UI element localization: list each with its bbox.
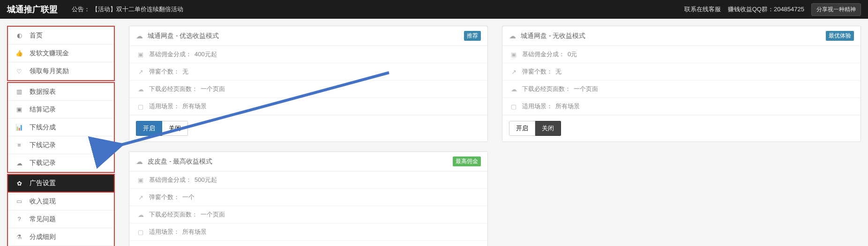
cloud-icon: ☁: [509, 32, 516, 40]
image-icon: ▢: [136, 103, 145, 110]
nav-downline-commission[interactable]: 📊 下线分成: [8, 119, 114, 136]
list-icon: ≡: [14, 142, 25, 149]
nav-download-records[interactable]: ☁ 下载记录: [8, 154, 114, 172]
dashboard-icon: ◐: [14, 32, 25, 39]
cloud-icon: ☁: [136, 157, 143, 166]
sidebar: ◐ 首页 👍 发软文赚现金 ♡ 领取每月奖励 ▥ 数据报表 ▣ 结算记录 �: [7, 26, 115, 246]
cloud-download-icon: ☁: [14, 160, 25, 167]
nav-downline-records[interactable]: ≡ 下线记录: [8, 136, 114, 154]
bars-icon: 📊: [14, 124, 25, 131]
heart-icon: ♡: [14, 68, 25, 75]
nav-commission-rules[interactable]: ⚗ 分成细则: [8, 228, 114, 246]
brand: 城通推广联盟: [7, 4, 58, 15]
announce-link[interactable]: 【活动】双十二单价连续翻倍活动: [92, 6, 183, 13]
card-title: 城通网盘 - 优选收益模式: [148, 32, 464, 40]
contact-link[interactable]: 联系在线客服: [684, 5, 721, 14]
row-pages: ☁ 下载必经页面数： 一个页面: [129, 81, 487, 98]
nav-faq[interactable]: ? 常见问题: [8, 210, 114, 228]
share-button[interactable]: 分享视一种精神: [811, 3, 861, 16]
card-title: 皮皮盘 - 最高收益模式: [148, 157, 453, 166]
row-commission: ▣ 基础佣金分成： 500元起: [129, 171, 487, 189]
nav-group-3: ▭ 收入提现 ? 常见问题 ⚗ 分成细则 ⌂ 返回网盘: [7, 192, 115, 246]
image-icon: ▢: [136, 229, 145, 236]
money-icon: ▣: [509, 51, 518, 58]
row-scene: ▢ 适用场景： 所有场景: [502, 98, 861, 115]
tag-recommended: 推荐: [464, 31, 481, 41]
external-icon: ↗: [509, 68, 518, 75]
chart-icon: ▥: [14, 88, 25, 95]
card-icon: ▭: [14, 198, 25, 205]
announce-prefix: 公告：: [72, 6, 90, 13]
row-pages: ☁ 下载必经页面数： 一个页面: [129, 206, 487, 224]
gear-icon: ✿: [14, 180, 25, 187]
announcement: 公告： 【活动】双十二单价连续翻倍活动: [72, 5, 183, 14]
row-scene: ▢ 适用场景： 所有场景: [129, 98, 487, 115]
thumbs-up-icon: 👍: [14, 50, 25, 57]
plan-card-noincome: ☁ 城通网盘 - 无收益模式 最优体验 ▣ 基础佣金分成： 0元 ↗ 弹窗个数：…: [502, 26, 861, 142]
cloud-icon: ☁: [136, 32, 143, 40]
nav-data-reports[interactable]: ▥ 数据报表: [8, 83, 114, 101]
nav-ad-settings[interactable]: ✿ 广告设置: [7, 174, 115, 192]
row-popup: ↗ 弹窗个数： 一个: [129, 189, 487, 206]
main-content: ☁ 城通网盘 - 优选收益模式 推荐 ▣ 基础佣金分成： 400元起 ↗ 弹窗个…: [129, 26, 861, 246]
download-icon: ☁: [136, 86, 145, 93]
nav-settlement[interactable]: ▣ 结算记录: [8, 101, 114, 119]
nav-home[interactable]: ◐ 首页: [8, 27, 114, 45]
nav-withdraw[interactable]: ▭ 收入提现: [8, 193, 114, 210]
toggle-group: 开启 关闭: [509, 121, 561, 136]
row-method: 👁 开启方式： 请在网页分享时，获取皮皮盘高收入链接: [129, 241, 487, 246]
tag-best-ux: 最优体验: [826, 31, 854, 41]
card-title: 城通网盘 - 无收益模式: [521, 32, 826, 40]
play-icon: ▣: [14, 106, 25, 113]
btn-disable[interactable]: 关闭: [535, 121, 561, 136]
external-icon: ↗: [136, 68, 145, 75]
row-pages: ☁ 下载必经页面数： 一个页面: [502, 81, 861, 98]
nav-earn[interactable]: 👍 发软文赚现金: [8, 45, 114, 62]
download-icon: ☁: [509, 86, 518, 93]
btn-disable[interactable]: 关闭: [162, 121, 188, 136]
plan-card-preferred: ☁ 城通网盘 - 优选收益模式 推荐 ▣ 基础佣金分成： 400元起 ↗ 弹窗个…: [129, 26, 488, 142]
qq-group: 赚钱收益QQ群：204854725: [728, 5, 804, 14]
row-scene: ▢ 适用场景： 所有场景: [129, 224, 487, 241]
btn-enable[interactable]: 开启: [136, 121, 162, 136]
toggle-group: 开启 关闭: [136, 121, 188, 136]
row-popup: ↗ 弹窗个数： 无: [129, 63, 487, 81]
tag-highest: 最高佣金: [453, 157, 481, 166]
btn-enable[interactable]: 开启: [509, 121, 535, 136]
money-icon: ▣: [136, 177, 145, 184]
money-icon: ▣: [136, 51, 145, 58]
plan-card-highest: ☁ 皮皮盘 - 最高收益模式 最高佣金 ▣ 基础佣金分成： 500元起 ↗ 弹窗…: [129, 151, 488, 246]
question-icon: ?: [14, 216, 25, 223]
nav-group-1: ◐ 首页 👍 发软文赚现金 ♡ 领取每月奖励: [7, 26, 115, 81]
row-commission: ▣ 基础佣金分成： 400元起: [129, 46, 487, 63]
external-icon: ↗: [136, 194, 145, 201]
flask-icon: ⚗: [14, 233, 25, 240]
row-commission: ▣ 基础佣金分成： 0元: [502, 46, 861, 63]
image-icon: ▢: [509, 103, 518, 110]
row-popup: ↗ 弹窗个数： 无: [502, 63, 861, 81]
download-icon: ☁: [136, 211, 145, 218]
topbar: 城通推广联盟 公告： 【活动】双十二单价连续翻倍活动 联系在线客服 赚钱收益QQ…: [0, 0, 868, 19]
nav-group-2: ▥ 数据报表 ▣ 结算记录 📊 下线分成 ≡ 下线记录 ☁ 下载记录: [7, 82, 115, 173]
nav-monthly-reward[interactable]: ♡ 领取每月奖励: [8, 62, 114, 80]
